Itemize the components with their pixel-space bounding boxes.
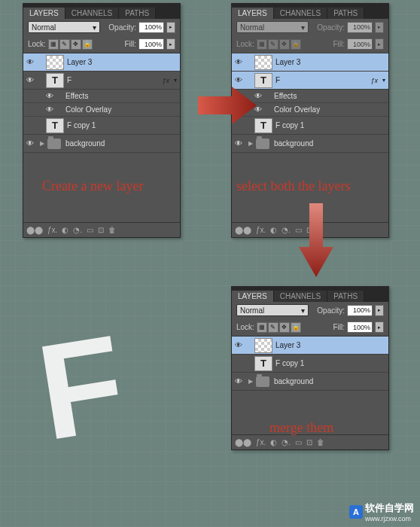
lock-transparent-icon[interactable]: ▦	[257, 39, 267, 50]
fx-icon[interactable]: ƒx.	[256, 438, 266, 446]
visibility-icon[interactable]: 👁	[23, 76, 37, 84]
new-layer-icon[interactable]: ⊡	[306, 438, 312, 446]
text-layer-thumb[interactable]: T	[46, 73, 64, 88]
layer-row[interactable]: T F copy 1	[23, 117, 180, 135]
layer-name[interactable]: background	[274, 139, 388, 148]
fx-badge[interactable]: ƒx	[162, 77, 169, 84]
new-group-icon[interactable]: ▭	[87, 226, 93, 234]
lock-position-icon[interactable]: ✥	[71, 39, 81, 50]
layer-thumb[interactable]	[254, 338, 272, 353]
link-layers-icon[interactable]: ⬤⬤	[26, 226, 43, 234]
link-layers-icon[interactable]: ⬤⬤	[235, 438, 251, 446]
lock-pixels-icon[interactable]: ✎	[59, 39, 70, 50]
blend-mode-select[interactable]: Normal▾	[236, 304, 309, 316]
new-layer-icon[interactable]: ⊡	[98, 226, 104, 234]
fill-flyout[interactable]: ▸	[375, 38, 384, 50]
text-layer-thumb[interactable]: T	[46, 118, 64, 133]
layer-name[interactable]: background	[65, 139, 180, 148]
fill-input[interactable]: 100%	[347, 321, 373, 333]
mask-icon[interactable]: ◐	[270, 438, 277, 446]
adjustment-icon[interactable]: ◔.	[282, 226, 291, 234]
visibility-icon[interactable]: 👁	[43, 92, 56, 100]
tab-paths[interactable]: PATHS	[327, 291, 364, 302]
lock-all-icon[interactable]: 🔒	[291, 39, 301, 50]
visibility-icon[interactable]: 👁	[232, 377, 245, 385]
visibility-icon[interactable]: 👁	[23, 139, 37, 148]
fill-flyout[interactable]: ▸	[166, 38, 175, 50]
tab-layers[interactable]: LAYERS	[232, 291, 274, 302]
layer-thumb[interactable]	[254, 55, 272, 70]
opacity-input[interactable]: 100%	[347, 22, 373, 33]
layer-row[interactable]: 👁 Layer 3	[23, 53, 180, 72]
opacity-label: Opacity:	[108, 23, 136, 32]
tab-channels[interactable]: CHANNELS	[65, 8, 119, 19]
group-row[interactable]: 👁 ▶ background	[23, 135, 180, 153]
adjustment-icon[interactable]: ◔.	[73, 226, 82, 234]
lock-transparent-icon[interactable]: ▦	[48, 39, 59, 50]
fill-input[interactable]: 100%	[138, 38, 164, 50]
lock-position-icon[interactable]: ✥	[279, 322, 290, 333]
layer-row[interactable]: 👁 Layer 3	[232, 53, 388, 72]
fill-flyout[interactable]: ▸	[375, 321, 384, 333]
fx-collapse-icon[interactable]: ▾	[382, 77, 385, 84]
opacity-flyout[interactable]: ▸	[166, 22, 175, 33]
fx-collapse-icon[interactable]: ▾	[174, 77, 177, 84]
layer-row[interactable]: T F copy 1	[232, 355, 388, 373]
layer-row[interactable]: 👁 T F ƒx▾	[23, 72, 180, 90]
lock-all-icon[interactable]: 🔒	[82, 39, 93, 50]
visibility-icon[interactable]: 👁	[43, 105, 56, 114]
tab-layers[interactable]: LAYERS	[232, 8, 274, 19]
layer-name[interactable]: F copy 1	[275, 121, 388, 129]
layer-name[interactable]: Layer 3	[275, 341, 388, 349]
lock-position-icon[interactable]: ✥	[279, 39, 290, 50]
link-layers-icon[interactable]: ⬤⬤	[235, 226, 251, 234]
visibility-icon[interactable]: 👁	[232, 341, 245, 349]
layer-name[interactable]: Layer 3	[67, 58, 180, 66]
layer-name[interactable]: Layer 3	[275, 58, 388, 66]
opacity-input[interactable]: 100%	[138, 22, 164, 33]
layer-row[interactable]: 👁 Layer 3	[232, 337, 388, 355]
trash-icon[interactable]: 🗑	[108, 226, 116, 234]
tab-paths[interactable]: PATHS	[119, 8, 156, 19]
layer-name[interactable]: F copy 1	[275, 359, 388, 367]
fx-icon[interactable]: ƒx.	[256, 226, 266, 234]
effects-row[interactable]: 👁Effects	[23, 90, 180, 103]
mask-icon[interactable]: ◐	[270, 226, 277, 234]
visibility-icon[interactable]: 👁	[232, 139, 245, 148]
adjustment-icon[interactable]: ◔.	[282, 438, 291, 446]
text-layer-thumb[interactable]: T	[254, 356, 272, 371]
lock-all-icon[interactable]: 🔒	[291, 322, 301, 333]
group-row[interactable]: 👁 ▶ background	[232, 373, 388, 391]
lock-pixels-icon[interactable]: ✎	[268, 322, 278, 333]
fx-badge[interactable]: ƒx	[370, 77, 378, 84]
tab-layers[interactable]: LAYERS	[23, 8, 65, 19]
layer-name[interactable]: F	[275, 76, 370, 84]
visibility-icon[interactable]: 👁	[23, 58, 37, 66]
tab-channels[interactable]: CHANNELS	[274, 291, 327, 302]
expand-icon[interactable]: ▶	[248, 140, 253, 147]
expand-icon[interactable]: ▶	[248, 378, 253, 385]
fill-label: Fill:	[124, 40, 136, 48]
lock-transparent-icon[interactable]: ▦	[257, 322, 267, 333]
tab-channels[interactable]: CHANNELS	[274, 8, 327, 19]
opacity-flyout[interactable]: ▸	[375, 22, 384, 33]
fx-icon[interactable]: ƒx.	[47, 226, 57, 234]
layer-thumb[interactable]	[46, 55, 64, 70]
lock-pixels-icon[interactable]: ✎	[268, 39, 278, 50]
blend-mode-select[interactable]: Normal▾	[28, 21, 100, 33]
tab-paths[interactable]: PATHS	[327, 8, 364, 19]
layer-name[interactable]: F	[67, 76, 162, 84]
opacity-flyout[interactable]: ▸	[375, 305, 384, 316]
new-group-icon[interactable]: ▭	[295, 438, 302, 446]
fill-input[interactable]: 100%	[347, 38, 373, 50]
layer-name[interactable]: background	[274, 377, 388, 385]
group-row[interactable]: 👁 ▶ background	[232, 135, 388, 153]
visibility-icon[interactable]: 👁	[232, 58, 245, 66]
expand-icon[interactable]: ▶	[40, 140, 44, 147]
trash-icon[interactable]: 🗑	[317, 438, 324, 446]
blend-mode-select[interactable]: Normal▾	[236, 21, 309, 33]
color-overlay-row[interactable]: 👁Color Overlay	[23, 103, 180, 117]
mask-icon[interactable]: ◐	[62, 226, 68, 234]
layer-name[interactable]: F copy 1	[67, 121, 180, 129]
opacity-input[interactable]: 100%	[347, 305, 373, 316]
